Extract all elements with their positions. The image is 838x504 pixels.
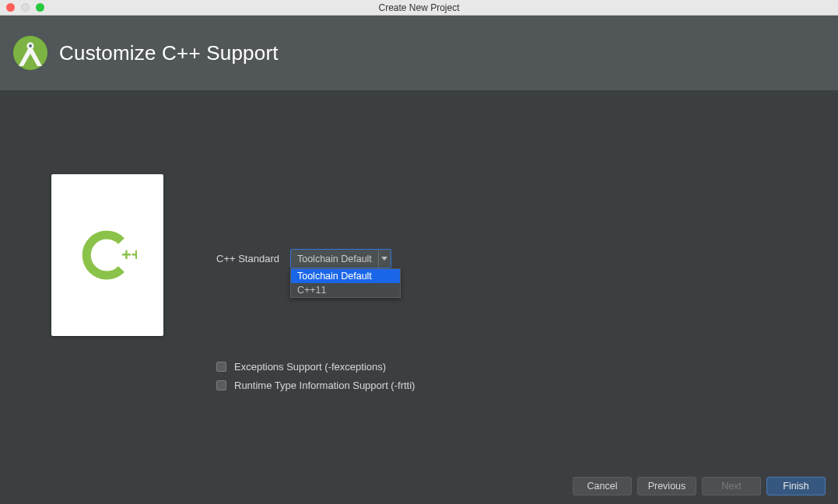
next-button: Next <box>702 477 761 495</box>
standard-select-value: Toolchain Default <box>291 254 378 264</box>
cpp-icon: ++ <box>78 226 137 285</box>
dropdown-option-cpp11[interactable]: C++11 <box>291 283 400 297</box>
standard-row: C++ Standard Toolchain Default Toolchain… <box>216 249 391 268</box>
chevron-down-icon <box>378 250 391 268</box>
previous-button[interactable]: Previous <box>637 477 696 495</box>
standard-label: C++ Standard <box>216 253 279 264</box>
android-studio-logo-icon <box>11 33 50 72</box>
standard-select[interactable]: Toolchain Default <box>290 249 391 268</box>
close-window-button[interactable] <box>6 3 15 12</box>
rtti-checkbox[interactable] <box>216 380 226 390</box>
wizard-header: Customize C++ Support <box>0 16 838 90</box>
window-controls <box>0 3 44 12</box>
dropdown-option-toolchain-default[interactable]: Toolchain Default <box>291 269 400 283</box>
titlebar: Create New Project <box>0 0 838 16</box>
cpp-plus-text: ++ <box>121 245 137 264</box>
minimize-window-button[interactable] <box>21 3 30 12</box>
exceptions-checkbox[interactable] <box>216 362 226 372</box>
rtti-label: Runtime Type Information Support (-frtti… <box>234 380 415 391</box>
cancel-button[interactable]: Cancel <box>573 477 632 495</box>
page-title: Customize C++ Support <box>59 41 279 65</box>
standard-dropdown: Toolchain Default C++11 <box>290 268 401 298</box>
standard-combo: Toolchain Default Toolchain Default C++1… <box>290 249 391 268</box>
exceptions-row[interactable]: Exceptions Support (-fexceptions) <box>216 361 415 373</box>
finish-button[interactable]: Finish <box>766 477 826 495</box>
rtti-row[interactable]: Runtime Type Information Support (-frtti… <box>216 380 415 391</box>
wizard-button-bar: Cancel Previous Next Finish <box>0 468 838 504</box>
zoom-window-button[interactable] <box>36 3 44 12</box>
svg-point-3 <box>29 44 32 47</box>
exceptions-label: Exceptions Support (-fexceptions) <box>234 361 386 373</box>
wizard-content: ++ C++ Standard Toolchain Default Toolch… <box>0 90 838 468</box>
cpp-illustration: ++ <box>51 174 163 336</box>
window-title: Create New Project <box>0 2 838 13</box>
checkbox-group: Exceptions Support (-fexceptions) Runtim… <box>216 361 415 391</box>
